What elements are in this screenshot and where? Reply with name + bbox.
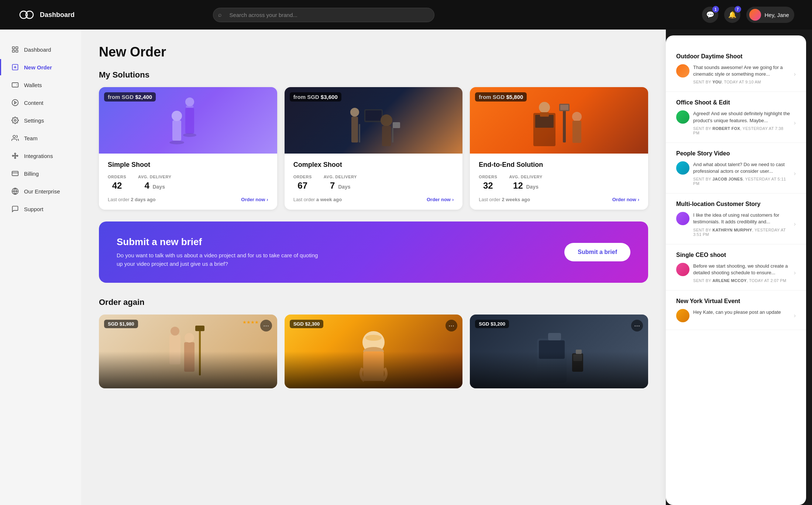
order-card-menu-1[interactable]: ⋯ (260, 320, 272, 331)
order-now-link[interactable]: Order now › (241, 197, 268, 202)
brief-banner-title: Submit a new brief (117, 236, 323, 248)
price-tag: from SGD $2,400 (104, 92, 156, 102)
submit-brief-button[interactable]: Submit a brief (564, 243, 630, 261)
notifications-button[interactable]: 🔔 7 (724, 7, 740, 23)
order-again-grid: SGD $1,980 ★★★★ ⋯ (99, 315, 648, 388)
order-card-menu-3[interactable]: ⋯ (631, 320, 643, 331)
search-icon: ⌕ (218, 11, 222, 18)
svg-point-18 (17, 155, 18, 156)
chat-arrow-icon: › (794, 312, 796, 319)
sidebar-item-new-order[interactable]: New Order (0, 59, 81, 75)
svg-rect-38 (365, 110, 382, 121)
sidebar-item-settings[interactable]: Settings (0, 112, 81, 128)
brief-banner: Submit a new brief Do you want to talk w… (99, 221, 648, 283)
svg-rect-36 (359, 124, 360, 142)
sidebar-label: Support (24, 206, 44, 212)
chat-preview: Agreed! And we should definitely highlig… (676, 110, 796, 135)
chat-preview: That sounds awesome! Are we going for a … (676, 64, 796, 84)
svg-point-27 (169, 141, 184, 144)
solution-name: End-to-End Solution (479, 161, 639, 169)
logo[interactable]: Dashboard (18, 9, 75, 21)
order-card-3[interactable]: SGD $3,200 ⋯ (470, 315, 648, 388)
chat-item-6[interactable]: New York Virtual Event Hey Kate, can you… (666, 291, 806, 330)
search-input[interactable] (213, 8, 434, 22)
solution-name: Complex Shoot (293, 161, 454, 169)
sidebar-label: Content (24, 100, 44, 106)
solution-card-simple: from SGD $2,400 (99, 87, 277, 210)
svg-rect-34 (351, 117, 358, 142)
svg-point-39 (381, 114, 392, 126)
sidebar-item-wallets[interactable]: Wallets (0, 77, 81, 93)
delivery-stat: AVG. DELIVERY 12 Days (509, 175, 542, 191)
svg-point-35 (350, 108, 359, 117)
svg-rect-46 (540, 112, 549, 117)
page-title: New Order (99, 44, 648, 60)
svg-point-10 (12, 100, 18, 106)
orders-stat: ORDERS 42 (108, 175, 126, 191)
chat-arrow-icon: › (794, 269, 796, 276)
sidebar: Dashboard New Order Wallets Content (0, 30, 81, 505)
svg-rect-28 (172, 120, 181, 141)
chat-button[interactable]: 💬 1 (702, 7, 718, 23)
solution-stats: ORDERS 32 AVG. DELIVERY 12 Days (479, 175, 639, 191)
svg-rect-51 (572, 121, 581, 143)
solution-card-complex: from SGD $3,600 (285, 87, 463, 210)
chat-content: Before we start shooting, we should crea… (693, 263, 790, 283)
orders-stat: ORDERS 67 (293, 175, 312, 191)
sidebar-item-support[interactable]: Support (0, 201, 81, 217)
app-title: Dashboard (40, 11, 75, 19)
chat-meta: SENT BY ARLENE MCCOY, TODAY AT 2:07 PM (693, 278, 790, 283)
chat-content: Agreed! And we should definitely highlig… (693, 110, 790, 135)
sidebar-item-content[interactable]: Content (0, 95, 81, 111)
sidebar-item-team[interactable]: Team (0, 130, 81, 146)
svg-rect-4 (13, 50, 15, 52)
solution-footer: Last order 2 days ago Order now › (108, 197, 268, 202)
order-now-link[interactable]: Order now › (427, 197, 454, 202)
svg-rect-9 (12, 83, 18, 87)
solution-name: Simple Shoot (108, 161, 268, 169)
svg-point-33 (183, 133, 196, 137)
sidebar-label: Settings (24, 117, 44, 124)
delivery-stat: AVG. DELIVERY 7 Days (324, 175, 357, 191)
chat-meta: SENT BY KATHRYN MURPHY, YESTERDAY AT 3:5… (693, 228, 790, 237)
sidebar-item-integrations[interactable]: Integrations (0, 148, 81, 164)
svg-point-14 (14, 155, 16, 156)
order-now-link[interactable]: Order now › (612, 197, 639, 202)
solution-footer: Last order 2 weeks ago Order now › (479, 197, 639, 202)
chat-item-2[interactable]: Office Shoot & Edit Agreed! And we shoul… (666, 92, 806, 142)
svg-point-17 (13, 155, 14, 156)
chat-item-3[interactable]: People Story Video And what about talent… (666, 143, 806, 193)
solution-image-simple: from SGD $2,400 (99, 87, 277, 154)
chat-item-5[interactable]: Single CEO shoot Before we start shootin… (666, 244, 806, 291)
chat-avatar (676, 263, 689, 276)
order-card-1[interactable]: SGD $1,980 ★★★★ ⋯ (99, 315, 277, 388)
order-card-price-2: SGD $2,300 (290, 320, 324, 328)
top-navigation: Dashboard ⌕ 💬 1 🔔 7 Hey, Jane (0, 0, 812, 30)
sidebar-item-dashboard[interactable]: Dashboard (0, 41, 81, 58)
svg-point-45 (539, 102, 550, 113)
order-card-2[interactable]: SGD $2,300 ⋯ (285, 315, 463, 388)
chat-item-4[interactable]: Multi-location Customer Story I like the… (666, 193, 806, 244)
chat-avatar (676, 110, 689, 124)
sidebar-label: Our Enterprise (24, 188, 60, 195)
svg-rect-49 (560, 105, 568, 110)
main-content: New Order My Solutions from SGD $2,400 (81, 30, 666, 505)
svg-point-32 (185, 97, 194, 106)
sidebar-item-billing[interactable]: Billing (0, 165, 81, 182)
search-container: ⌕ (213, 8, 434, 22)
solution-card-body: Simple Shoot ORDERS 42 AVG. DELIVERY 4 D… (99, 154, 277, 210)
svg-point-13 (13, 135, 16, 138)
svg-rect-3 (16, 47, 18, 49)
last-order-text: Last order 2 weeks ago (479, 197, 530, 202)
nav-right: 💬 1 🔔 7 Hey, Jane (702, 7, 794, 23)
orders-stat: ORDERS 32 (479, 175, 497, 191)
svg-rect-5 (16, 50, 18, 52)
chat-meta: SENT BY ROBERT FOX, YESTERDAY AT 7:38 PM (693, 126, 790, 135)
solution-stats: ORDERS 42 AVG. DELIVERY 4 Days (108, 175, 268, 191)
chat-item-1[interactable]: Outdoor Daytime Shoot That sounds awesom… (666, 46, 806, 92)
user-menu-button[interactable]: Hey, Jane (746, 7, 794, 23)
chat-content: And what about talent? Do we need to cas… (693, 161, 790, 186)
sidebar-item-enterprise[interactable]: Our Enterprise (0, 183, 81, 199)
avatar (749, 9, 761, 21)
svg-rect-40 (382, 126, 391, 146)
